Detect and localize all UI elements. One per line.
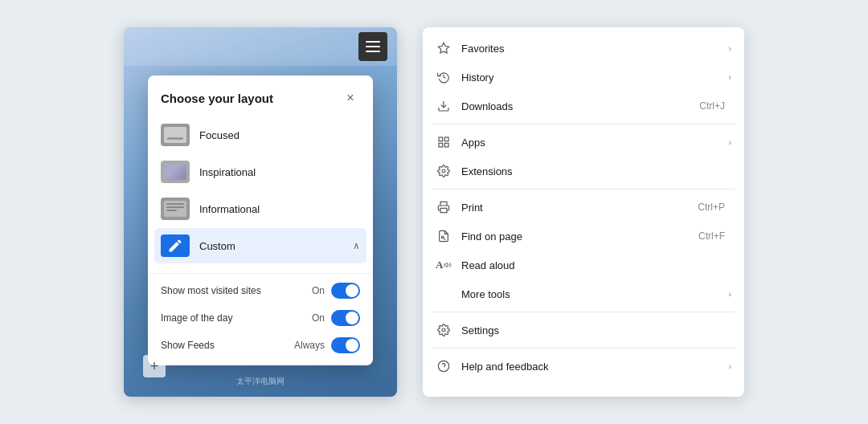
menu-item-help[interactable]: Help and feedback › [423,352,744,381]
dialog-title: Choose your layout [161,92,273,105]
apps-chevron-icon: › [728,137,731,147]
print-icon [436,199,452,215]
svg-rect-5 [444,143,448,147]
svg-marker-0 [438,43,448,53]
favorites-icon [436,40,452,56]
more-tools-icon [436,286,452,302]
menu-item-more-tools[interactable]: More tools › [423,279,744,308]
custom-label: Custom [199,240,353,252]
layout-options-list: Focused Inspirational Informatio [148,117,373,271]
find-on-page-icon [436,228,452,244]
print-shortcut: Ctrl+P [698,202,725,213]
read-aloud-icon: A [436,257,452,273]
help-icon [436,358,452,374]
favorites-chevron-icon: › [728,43,731,53]
menu-item-downloads[interactable]: Downloads Ctrl+J [423,92,744,120]
layout-dialog: Choose your layout × Focused Inspiration… [148,75,373,365]
svg-rect-4 [439,143,443,147]
custom-options: Show most visited sites On Image of the … [148,273,373,365]
most-visited-toggle[interactable] [331,283,360,299]
image-of-day-toggle[interactable] [331,310,360,326]
apps-label: Apps [461,137,728,149]
layout-option-informational[interactable]: Informational [154,191,366,226]
find-on-page-shortcut: Ctrl+F [698,230,725,242]
help-chevron-icon: › [728,361,731,371]
downloads-icon [436,98,452,114]
menu-button[interactable] [358,32,387,61]
add-tab-button[interactable]: + [143,355,166,377]
focused-icon [161,124,190,146]
image-of-day-label: Image of the day [161,312,312,324]
svg-point-9 [442,328,445,332]
toggle-row-most-visited: Show most visited sites On [154,277,366,304]
svg-rect-3 [444,137,448,141]
svg-point-6 [442,169,445,173]
apps-icon [436,134,452,150]
left-panel: Choose your layout × Focused Inspiration… [124,27,397,397]
find-on-page-label: Find on page [461,230,698,243]
left-watermark: 太平洋电脑网 [236,376,285,387]
settings-label: Settings [461,324,731,336]
menu-item-apps[interactable]: Apps › [423,128,744,157]
history-icon [436,69,452,85]
inspirational-icon [161,161,190,183]
show-feeds-label: Show Feeds [161,340,294,351]
more-tools-chevron-icon: › [728,289,731,299]
dialog-header: Choose your layout × [148,75,373,117]
toggle-row-image-of-day: Image of the day On [154,304,366,332]
image-of-day-value: On [312,312,325,324]
custom-icon [161,234,190,257]
print-label: Print [461,202,698,214]
extensions-label: Extensions [461,165,731,177]
favorites-label: Favorites [461,43,728,55]
show-feeds-value: Always [294,340,325,351]
menu-item-history[interactable]: History › [423,63,744,92]
menu-item-settings[interactable]: Settings [423,316,744,344]
most-visited-value: On [312,285,325,296]
downloads-label: Downloads [461,100,699,112]
dialog-close-button[interactable]: × [341,88,360,108]
divider-after-extensions [432,189,735,190]
informational-label: Informational [199,203,360,215]
layout-option-focused[interactable]: Focused [154,117,366,153]
divider-after-downloads [432,124,735,124]
downloads-shortcut: Ctrl+J [699,100,725,112]
menu-item-read-aloud[interactable]: A Read aloud [423,251,744,279]
inspirational-label: Inspirational [199,166,360,178]
informational-icon [161,198,190,220]
menu-item-print[interactable]: Print Ctrl+P [423,193,744,222]
extensions-icon [436,163,452,179]
right-panel-menu: Favorites › History › Downloads Ctrl+J [423,27,744,397]
more-tools-label: More tools [461,288,728,300]
most-visited-label: Show most visited sites [161,285,312,296]
focused-label: Focused [199,129,360,141]
history-label: History [461,71,728,84]
svg-point-10 [438,361,448,371]
layout-option-custom[interactable]: Custom ∧ [154,228,366,263]
history-chevron-icon: › [728,72,731,82]
settings-icon [436,322,452,338]
toggle-row-show-feeds: Show Feeds Always [154,332,366,359]
divider-after-more-tools [432,312,735,312]
help-label: Help and feedback [461,361,728,373]
layout-option-inspirational[interactable]: Inspirational [154,154,366,190]
divider-after-settings [432,348,735,349]
svg-rect-2 [439,137,443,141]
show-feeds-toggle[interactable] [331,337,360,353]
browser-toolbar [124,27,397,66]
menu-item-favorites[interactable]: Favorites › [423,34,744,63]
svg-point-8 [441,236,444,238]
menu-item-find-on-page[interactable]: Find on page Ctrl+F [423,222,744,251]
svg-rect-7 [440,208,447,212]
menu-item-extensions[interactable]: Extensions [423,157,744,186]
read-aloud-label: Read aloud [461,259,731,271]
custom-chevron-up-icon: ∧ [353,240,360,251]
